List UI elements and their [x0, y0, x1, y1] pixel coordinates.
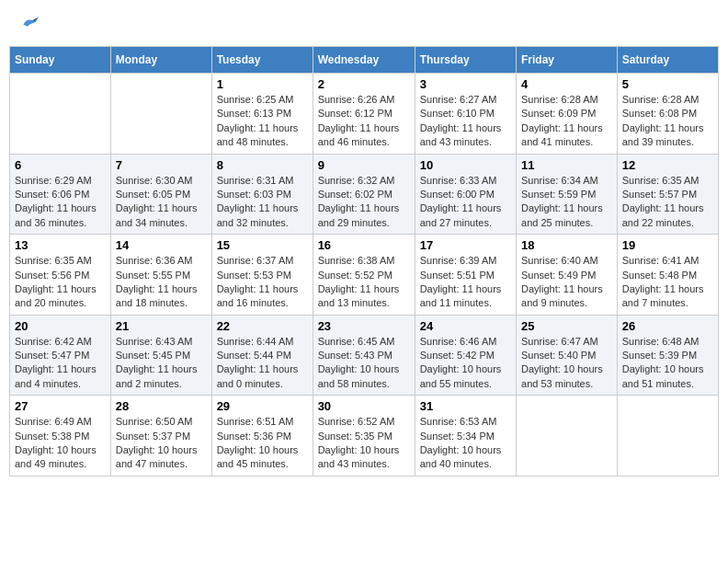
calendar-header-row: SundayMondayTuesdayWednesdayThursdayFrid… [10, 47, 719, 74]
day-info: Sunrise: 6:52 AM Sunset: 5:35 PM Dayligh… [318, 415, 410, 472]
calendar-week-row: 13Sunrise: 6:35 AM Sunset: 5:56 PM Dayli… [10, 235, 719, 316]
day-number: 4 [521, 77, 612, 91]
weekday-header: Saturday [617, 47, 718, 74]
day-info: Sunrise: 6:35 AM Sunset: 5:56 PM Dayligh… [15, 254, 106, 311]
day-info: Sunrise: 6:37 AM Sunset: 5:53 PM Dayligh… [217, 254, 308, 311]
calendar-day-cell: 11Sunrise: 6:34 AM Sunset: 5:59 PM Dayli… [517, 154, 618, 235]
day-info: Sunrise: 6:39 AM Sunset: 5:51 PM Dayligh… [420, 254, 511, 311]
day-info: Sunrise: 6:43 AM Sunset: 5:45 PM Dayligh… [116, 335, 207, 392]
day-number: 26 [622, 319, 713, 333]
day-number: 10 [420, 158, 511, 172]
day-info: Sunrise: 6:45 AM Sunset: 5:43 PM Dayligh… [318, 335, 410, 392]
weekday-header: Wednesday [313, 47, 415, 74]
calendar-day-cell: 27Sunrise: 6:49 AM Sunset: 5:38 PM Dayli… [10, 396, 111, 477]
calendar-day-cell [110, 74, 211, 155]
calendar-day-cell: 30Sunrise: 6:52 AM Sunset: 5:35 PM Dayli… [313, 396, 415, 477]
calendar-day-cell: 14Sunrise: 6:36 AM Sunset: 5:55 PM Dayli… [110, 235, 211, 316]
day-info: Sunrise: 6:51 AM Sunset: 5:36 PM Dayligh… [217, 415, 308, 472]
day-number: 13 [15, 238, 106, 252]
calendar-day-cell: 6Sunrise: 6:29 AM Sunset: 6:06 PM Daylig… [10, 154, 111, 235]
calendar-day-cell [517, 396, 618, 477]
calendar-day-cell [10, 74, 111, 155]
day-info: Sunrise: 6:28 AM Sunset: 6:08 PM Dayligh… [622, 93, 713, 150]
weekday-header: Friday [517, 47, 618, 74]
day-info: Sunrise: 6:42 AM Sunset: 5:47 PM Dayligh… [15, 335, 106, 392]
calendar-day-cell [617, 396, 718, 477]
weekday-header: Thursday [415, 47, 516, 74]
day-number: 27 [15, 399, 106, 413]
calendar-day-cell: 20Sunrise: 6:42 AM Sunset: 5:47 PM Dayli… [10, 315, 111, 396]
day-number: 29 [217, 399, 308, 413]
logo [18, 14, 39, 32]
day-number: 7 [116, 158, 207, 172]
day-info: Sunrise: 6:28 AM Sunset: 6:09 PM Dayligh… [521, 93, 612, 150]
calendar-day-cell: 24Sunrise: 6:46 AM Sunset: 5:42 PM Dayli… [415, 315, 516, 396]
calendar-day-cell: 15Sunrise: 6:37 AM Sunset: 5:53 PM Dayli… [211, 235, 313, 316]
day-info: Sunrise: 6:38 AM Sunset: 5:52 PM Dayligh… [318, 254, 410, 311]
calendar-day-cell: 5Sunrise: 6:28 AM Sunset: 6:08 PM Daylig… [617, 74, 718, 155]
calendar-day-cell: 21Sunrise: 6:43 AM Sunset: 5:45 PM Dayli… [110, 315, 211, 396]
day-number: 24 [420, 319, 511, 333]
calendar-week-row: 6Sunrise: 6:29 AM Sunset: 6:06 PM Daylig… [10, 154, 719, 235]
calendar-table: SundayMondayTuesdayWednesdayThursdayFrid… [9, 46, 719, 477]
day-number: 25 [521, 319, 612, 333]
day-number: 14 [116, 238, 207, 252]
day-number: 30 [318, 399, 410, 413]
day-info: Sunrise: 6:31 AM Sunset: 6:03 PM Dayligh… [217, 174, 308, 231]
calendar-day-cell: 7Sunrise: 6:30 AM Sunset: 6:05 PM Daylig… [110, 154, 211, 235]
day-info: Sunrise: 6:30 AM Sunset: 6:05 PM Dayligh… [116, 174, 207, 231]
calendar-day-cell: 19Sunrise: 6:41 AM Sunset: 5:48 PM Dayli… [617, 235, 718, 316]
calendar-week-row: 20Sunrise: 6:42 AM Sunset: 5:47 PM Dayli… [10, 315, 719, 396]
calendar-day-cell: 26Sunrise: 6:48 AM Sunset: 5:39 PM Dayli… [617, 315, 718, 396]
calendar-day-cell: 28Sunrise: 6:50 AM Sunset: 5:37 PM Dayli… [110, 396, 211, 477]
day-info: Sunrise: 6:41 AM Sunset: 5:48 PM Dayligh… [622, 254, 713, 311]
day-info: Sunrise: 6:46 AM Sunset: 5:42 PM Dayligh… [420, 335, 511, 392]
day-info: Sunrise: 6:47 AM Sunset: 5:40 PM Dayligh… [521, 335, 612, 392]
calendar-day-cell: 31Sunrise: 6:53 AM Sunset: 5:34 PM Dayli… [415, 396, 516, 477]
calendar-day-cell: 16Sunrise: 6:38 AM Sunset: 5:52 PM Dayli… [313, 235, 415, 316]
day-info: Sunrise: 6:49 AM Sunset: 5:38 PM Dayligh… [15, 415, 106, 472]
day-number: 16 [318, 238, 410, 252]
day-info: Sunrise: 6:44 AM Sunset: 5:44 PM Dayligh… [217, 335, 308, 392]
calendar-day-cell: 1Sunrise: 6:25 AM Sunset: 6:13 PM Daylig… [211, 74, 313, 155]
calendar-day-cell: 23Sunrise: 6:45 AM Sunset: 5:43 PM Dayli… [313, 315, 415, 396]
calendar-day-cell: 12Sunrise: 6:35 AM Sunset: 5:57 PM Dayli… [617, 154, 718, 235]
day-info: Sunrise: 6:36 AM Sunset: 5:55 PM Dayligh… [116, 254, 207, 311]
day-number: 1 [217, 77, 308, 91]
calendar-day-cell: 10Sunrise: 6:33 AM Sunset: 6:00 PM Dayli… [415, 154, 516, 235]
day-number: 9 [318, 158, 410, 172]
day-info: Sunrise: 6:27 AM Sunset: 6:10 PM Dayligh… [420, 93, 511, 150]
day-info: Sunrise: 6:26 AM Sunset: 6:12 PM Dayligh… [318, 93, 410, 150]
logo-bird-icon [20, 14, 39, 32]
day-number: 5 [622, 77, 713, 91]
weekday-header: Tuesday [211, 47, 313, 74]
day-number: 3 [420, 77, 511, 91]
day-number: 11 [521, 158, 612, 172]
day-number: 2 [318, 77, 410, 91]
calendar-day-cell: 18Sunrise: 6:40 AM Sunset: 5:49 PM Dayli… [517, 235, 618, 316]
day-number: 18 [521, 238, 612, 252]
weekday-header: Monday [110, 47, 211, 74]
day-number: 19 [622, 238, 713, 252]
calendar-day-cell: 22Sunrise: 6:44 AM Sunset: 5:44 PM Dayli… [211, 315, 313, 396]
calendar-day-cell: 13Sunrise: 6:35 AM Sunset: 5:56 PM Dayli… [10, 235, 111, 316]
calendar-day-cell: 17Sunrise: 6:39 AM Sunset: 5:51 PM Dayli… [415, 235, 516, 316]
day-info: Sunrise: 6:29 AM Sunset: 6:06 PM Dayligh… [15, 174, 106, 231]
day-info: Sunrise: 6:32 AM Sunset: 6:02 PM Dayligh… [318, 174, 410, 231]
day-number: 23 [318, 319, 410, 333]
day-info: Sunrise: 6:33 AM Sunset: 6:00 PM Dayligh… [420, 174, 511, 231]
calendar-day-cell: 2Sunrise: 6:26 AM Sunset: 6:12 PM Daylig… [313, 74, 415, 155]
calendar-week-row: 27Sunrise: 6:49 AM Sunset: 5:38 PM Dayli… [10, 396, 719, 477]
day-info: Sunrise: 6:34 AM Sunset: 5:59 PM Dayligh… [521, 174, 612, 231]
calendar-day-cell: 3Sunrise: 6:27 AM Sunset: 6:10 PM Daylig… [415, 74, 516, 155]
day-info: Sunrise: 6:25 AM Sunset: 6:13 PM Dayligh… [217, 93, 308, 150]
day-info: Sunrise: 6:40 AM Sunset: 5:49 PM Dayligh… [521, 254, 612, 311]
day-number: 15 [217, 238, 308, 252]
day-info: Sunrise: 6:53 AM Sunset: 5:34 PM Dayligh… [420, 415, 511, 472]
day-number: 6 [15, 158, 106, 172]
day-info: Sunrise: 6:50 AM Sunset: 5:37 PM Dayligh… [116, 415, 207, 472]
day-number: 22 [217, 319, 308, 333]
weekday-header: Sunday [10, 47, 111, 74]
calendar-day-cell: 4Sunrise: 6:28 AM Sunset: 6:09 PM Daylig… [517, 74, 618, 155]
day-number: 20 [15, 319, 106, 333]
